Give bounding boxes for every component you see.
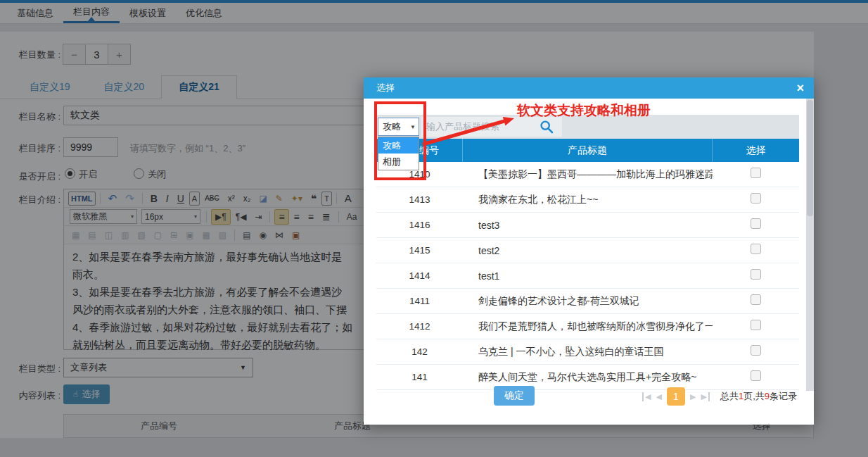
row-checkbox[interactable] [751, 218, 761, 229]
product-title: 我们不是荒野猎人，却也被喀纳斯的冰雪彻身净化了一把 [463, 320, 713, 333]
product-title: test1 [463, 270, 713, 282]
filter-option-xiangce[interactable]: 相册 [378, 154, 419, 170]
close-icon[interactable]: × [796, 82, 804, 94]
chevron-down-icon: ▼ [410, 124, 416, 130]
product-title: test3 [463, 220, 713, 231]
modal-header: 选择 × [364, 77, 814, 99]
table-row: 1410 【美墨掠影一】墨西哥————加勒比海上的玛雅迷踪 [376, 162, 799, 187]
filter-option-gonglue[interactable]: 攻略 [378, 137, 419, 154]
summary-mid: 页,共 [743, 391, 765, 401]
product-id: 1413 [376, 194, 463, 205]
prev-page-icon[interactable]: ◀ [656, 392, 662, 401]
product-id: 142 [376, 346, 463, 357]
last-page-icon[interactable]: ▶ [701, 392, 709, 401]
table-row: 1415 test2 [376, 238, 799, 263]
table-row: 1413 我滴家在东北，松花江上~~ [376, 187, 799, 213]
next-page-icon[interactable]: ▶ [690, 392, 696, 401]
scrollbar-thumb[interactable] [807, 100, 813, 216]
row-checkbox[interactable] [751, 269, 761, 280]
confirm-button[interactable]: 确定 [494, 386, 535, 406]
row-checkbox[interactable] [751, 345, 761, 356]
row-checkbox[interactable] [751, 168, 761, 178]
current-page-button[interactable]: 1 [667, 387, 685, 406]
row-checkbox[interactable] [751, 193, 761, 204]
first-page-icon[interactable]: ◀ [642, 392, 651, 401]
record-summary: 总共1页,共9条记录 [720, 390, 797, 403]
table-row: 141 醉美人间天堂，马尔代夫选岛实用工具+完全攻略~ [376, 365, 799, 390]
product-table-body: 1410 【美墨掠影一】墨西哥————加勒比海上的玛雅迷踪 1413 我滴家在东… [376, 162, 799, 390]
product-title: test2 [463, 245, 713, 256]
table-row: 142 乌克兰 | 一不小心，坠入这纯白的童话王国 [376, 339, 799, 365]
product-title: 剑走偏锋的艺术设计之都-荷兰双城记 [463, 295, 713, 308]
product-id: 141 [376, 372, 463, 382]
product-title: 【美墨掠影一】墨西哥————加勒比海上的玛雅迷踪 [463, 168, 713, 181]
product-id: 1416 [376, 220, 463, 230]
product-table-header: 产品编号 产品标题 选择 [376, 139, 799, 162]
pagination: ◀ ◀ 1 ▶ ▶ 总共1页,共9条记录 [642, 387, 797, 406]
search-icon[interactable] [540, 120, 554, 134]
table-row: 1414 test1 [376, 263, 799, 289]
row-checkbox[interactable] [751, 294, 761, 305]
row-checkbox[interactable] [751, 244, 761, 254]
modal-title: 选择 [376, 82, 395, 94]
table-row: 1411 剑走偏锋的艺术设计之都-荷兰双城记 [376, 289, 799, 314]
summary-suffix: 条记录 [770, 391, 797, 401]
product-id: 1414 [376, 270, 463, 281]
summary-prefix: 总共 [720, 391, 739, 401]
row-checkbox[interactable] [751, 370, 761, 381]
product-id: 1410 [376, 169, 463, 180]
product-title: 醉美人间天堂，马尔代夫选岛实用工具+完全攻略~ [463, 371, 713, 384]
product-title: 乌克兰 | 一不小心，坠入这纯白的童话王国 [463, 346, 713, 358]
product-id: 1412 [376, 321, 463, 332]
table-row: 1416 test3 [376, 213, 799, 238]
modal-scrollbar[interactable] [806, 99, 814, 391]
select-product-modal: 选择 × 输入产品标题搜索 攻略 ▼ 攻略 相册 软文类支持攻略和相册 产品编号… [364, 77, 814, 425]
product-id: 1415 [376, 245, 463, 256]
product-title: 我滴家在东北，松花江上~~ [463, 194, 713, 206]
record-count: 9 [765, 391, 770, 401]
filter-dropdown-list: 攻略 相册 [378, 137, 419, 170]
filter-selected-value: 攻略 [383, 120, 401, 133]
product-id: 1411 [376, 296, 463, 306]
header-select: 选择 [713, 139, 799, 162]
header-product-title: 产品标题 [463, 139, 713, 162]
annotation-text: 软文类支持攻略和相册 [517, 101, 651, 120]
table-row: 1412 我们不是荒野猎人，却也被喀纳斯的冰雪彻身净化了一把 [376, 314, 799, 339]
row-checkbox[interactable] [751, 320, 761, 330]
category-filter-select[interactable]: 攻略 ▼ [378, 118, 419, 136]
